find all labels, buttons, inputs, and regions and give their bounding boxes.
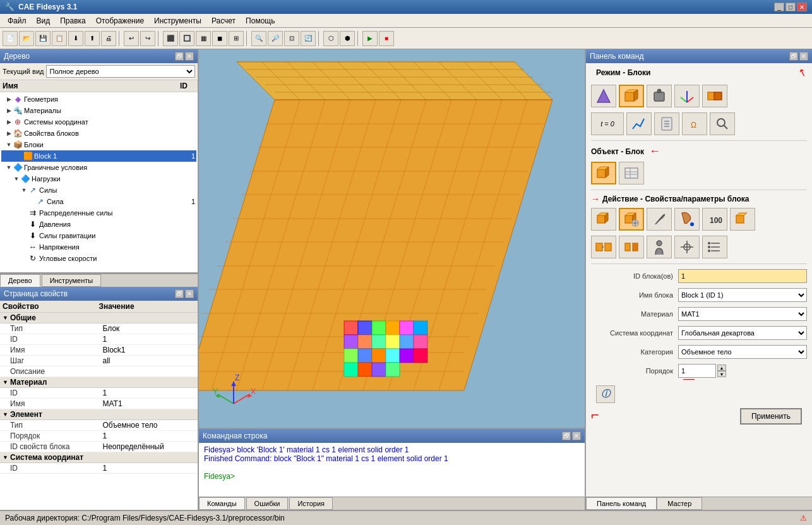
block-name-select[interactable]: Block 1 (ID 1) <box>678 288 807 302</box>
info-button[interactable]: ⓘ <box>596 385 615 403</box>
order-spin-up[interactable]: ▲ <box>717 365 726 371</box>
tree-item-geometry[interactable]: ▶ ◆ Геометрия <box>1 94 196 105</box>
maximize-button[interactable]: □ <box>785 3 796 11</box>
coord-sys-expander[interactable]: ▶ <box>5 119 13 125</box>
coord-group-expander[interactable]: ▼ <box>3 454 10 461</box>
tree-item-boundary[interactable]: ▼ 🔷 Граничные условия <box>1 162 196 173</box>
menu-file[interactable]: Файл <box>3 15 32 27</box>
cmd-tab-errors[interactable]: Ошибки <box>246 497 289 510</box>
tb-save2[interactable]: 📋 <box>52 31 67 46</box>
tb-mesh2[interactable]: ⬢ <box>340 31 355 46</box>
tb-run[interactable]: ▶ <box>362 31 378 46</box>
tb-view5[interactable]: ⊞ <box>229 31 244 46</box>
menu-display[interactable]: Отображение <box>91 15 149 27</box>
tb-zoom-in[interactable]: 🔍 <box>251 31 266 46</box>
menu-edit[interactable]: Правка <box>55 15 91 27</box>
material-group-expander[interactable]: ▼ <box>3 379 10 385</box>
loads-expander[interactable]: ▼ <box>13 176 20 182</box>
apply-button[interactable]: Применить <box>740 408 802 425</box>
mode-btn-search[interactable] <box>710 112 735 135</box>
prop-group-element[interactable]: ▼ Элемент <box>0 409 198 420</box>
tb-view3[interactable]: ▦ <box>196 31 211 46</box>
tree-item-blocks[interactable]: ▼ 📦 Блоки <box>1 139 196 150</box>
mode-btn-material[interactable] <box>647 85 672 107</box>
tree-item-block-props[interactable]: ▶ 🏠 Свойства блоков <box>1 128 196 139</box>
forces-expander[interactable]: ▼ <box>20 187 28 193</box>
right-tab-master[interactable]: Мастер <box>657 497 702 510</box>
tb-zoom-fit[interactable]: ⊡ <box>284 31 299 46</box>
viewport[interactable]: X Y Z <box>199 49 585 428</box>
materials-expander[interactable]: ▶ <box>5 107 13 114</box>
tree-item-forces[interactable]: ▼ ↗ Силы <box>1 184 196 196</box>
tree-close-btn[interactable]: ✕ <box>185 52 194 61</box>
act-btn-wrench[interactable] <box>647 208 672 231</box>
tab-tree[interactable]: Дерево <box>0 274 40 287</box>
obj-btn-table[interactable] <box>619 162 644 184</box>
tab-instruments[interactable]: Инструменты <box>42 274 102 287</box>
props-close-btn[interactable]: ✕ <box>185 289 194 298</box>
act-btn-num[interactable]: 100 <box>702 208 727 231</box>
right-close-btn[interactable]: ✕ <box>799 52 808 61</box>
act-btn-block6[interactable] <box>730 208 755 231</box>
blocks-expander[interactable]: ▼ <box>5 142 13 148</box>
mode-btn-block2[interactable] <box>702 85 727 107</box>
tree-restore-btn[interactable]: 🗗 <box>175 52 184 61</box>
menu-help[interactable]: Помощь <box>241 15 280 27</box>
material-select[interactable]: MAT1 <box>678 307 807 321</box>
menu-calc[interactable]: Расчет <box>206 15 241 27</box>
menu-tools[interactable]: Инструменты <box>149 15 206 27</box>
mode-btn-coord[interactable] <box>674 85 700 107</box>
id-field-input[interactable] <box>678 269 807 283</box>
right-restore-btn[interactable]: 🗗 <box>789 52 798 61</box>
current-view-select[interactable]: Полное дерево <box>46 65 195 78</box>
act-btn-settings[interactable] <box>619 208 644 231</box>
tb-save[interactable]: 💾 <box>35 31 51 46</box>
props-restore-btn[interactable]: 🗗 <box>175 289 184 298</box>
coord-sys-select[interactable]: Глобальная декартова <box>678 326 807 340</box>
tb-undo[interactable]: ↩ <box>124 31 139 46</box>
act-btn-crosshair[interactable] <box>674 236 700 258</box>
tree-item-stress[interactable]: ↔ Напряжения <box>1 241 196 253</box>
act-btn-person[interactable] <box>647 236 672 258</box>
mode-btn-vertex[interactable] <box>591 85 616 107</box>
mode-btn-calc[interactable] <box>654 112 679 135</box>
tb-new[interactable]: 📄 <box>3 31 18 46</box>
order-spin-down[interactable]: ▼ <box>717 371 726 377</box>
act-btn-merge[interactable] <box>619 236 644 258</box>
element-group-expander[interactable]: ▼ <box>3 411 10 418</box>
boundary-expander[interactable]: ▼ <box>5 164 13 171</box>
act-btn-block-prop[interactable] <box>591 208 616 231</box>
tb-stop[interactable]: ■ <box>379 31 394 46</box>
cmd-close-btn[interactable]: ✕ <box>572 431 581 440</box>
prop-group-material[interactable]: ▼ Материал <box>0 377 198 388</box>
cmd-tab-history[interactable]: История <box>289 497 333 510</box>
minimize-button[interactable]: _ <box>774 3 784 11</box>
general-group-expander[interactable]: ▼ <box>3 315 10 321</box>
block-props-expander[interactable]: ▶ <box>5 130 13 136</box>
tb-export[interactable]: ⬆ <box>85 31 100 46</box>
act-btn-paint[interactable] <box>674 208 700 231</box>
tb-zoom-out[interactable]: 🔎 <box>268 31 283 46</box>
cmd-restore-btn[interactable]: 🗗 <box>562 431 571 440</box>
tree-item-gravity[interactable]: ⬇ Силы гравитации <box>1 230 196 241</box>
tb-mesh[interactable]: ⬡ <box>323 31 338 46</box>
mode-btn-symbol[interactable]: Ω <box>682 112 707 135</box>
cmd-tab-commands[interactable]: Команды <box>199 497 245 510</box>
tree-item-coord-sys[interactable]: ▶ ⊕ Системы координат <box>1 116 196 128</box>
mode-btn-block[interactable] <box>619 85 644 107</box>
tree-item-ang-vel[interactable]: ↻ Угловые скорости <box>1 253 196 264</box>
geometry-expander[interactable]: ▶ <box>5 96 13 102</box>
prop-group-general[interactable]: ▼ Общие <box>0 313 198 323</box>
tb-view1[interactable]: ⬛ <box>163 31 178 46</box>
menu-view[interactable]: Вид <box>32 15 56 27</box>
tree-item-materials[interactable]: ▶ 🔩 Материалы <box>1 105 196 116</box>
obj-btn-block3d[interactable] <box>591 162 616 184</box>
close-button[interactable]: ✕ <box>797 3 807 11</box>
mode-btn-time[interactable]: t = 0 <box>591 112 624 135</box>
tree-item-dist-forces[interactable]: ⇉ Распределенные силы <box>1 207 196 219</box>
tree-item-block1[interactable]: 🟧 Block 1 1 <box>1 150 196 162</box>
act-btn-split[interactable] <box>591 236 616 258</box>
tb-print[interactable]: 🖨 <box>101 31 116 46</box>
act-btn-list[interactable] <box>702 236 727 258</box>
tb-open[interactable]: 📂 <box>19 31 34 46</box>
